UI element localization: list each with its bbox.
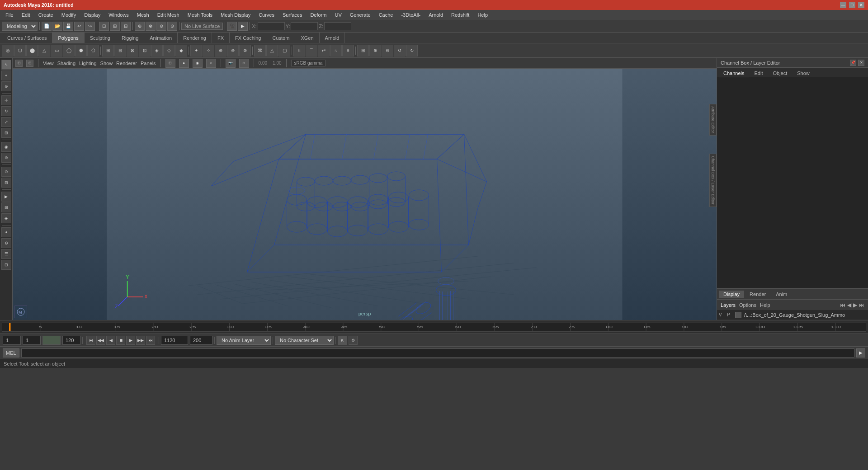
extract-icon[interactable]: ◆ — [175, 45, 187, 56]
z-coord-input[interactable] — [324, 22, 351, 30]
tab-polygons[interactable]: Polygons — [52, 33, 84, 43]
tab-xgen[interactable]: XGen — [295, 33, 319, 43]
shrink-select-icon[interactable]: ⊖ — [382, 45, 393, 56]
tab-sculpting[interactable]: Sculpting — [85, 33, 116, 43]
layers-tab[interactable]: Layers — [721, 302, 736, 308]
cylinder-icon[interactable]: ⬤ — [26, 45, 38, 56]
mel-toggle[interactable]: MEL — [3, 348, 19, 357]
menu-edit[interactable]: Edit — [18, 11, 34, 19]
combine-icon[interactable]: ✦ — [190, 45, 202, 56]
camera-select-button[interactable]: 📷 — [226, 59, 236, 68]
separate-icon[interactable]: ✧ — [203, 45, 214, 56]
stop-button[interactable]: ⏹ — [116, 336, 125, 345]
menu-generate[interactable]: Generate — [346, 11, 374, 19]
channel-box-close[interactable]: ✕ — [858, 60, 864, 66]
show-manipulator-button[interactable]: ⊕ — [1, 153, 11, 163]
torus-icon[interactable]: ◯ — [63, 45, 75, 56]
layer-first-button[interactable]: ⏮ — [840, 302, 845, 308]
snap-point-button[interactable]: ⊘ — [156, 22, 166, 31]
channels-tab[interactable]: Channels — [719, 70, 749, 77]
ipr-render-button[interactable]: ▶ — [238, 22, 248, 31]
menu-arnold[interactable]: Arnold — [425, 11, 447, 19]
edit-tab[interactable]: Edit — [750, 70, 767, 77]
menu-file[interactable]: File — [2, 11, 17, 19]
prev-frame-button[interactable]: ◀◀ — [96, 336, 105, 345]
wireframe-button[interactable]: ⊡ — [165, 59, 175, 68]
layer-editor-button[interactable]: ⊡ — [1, 260, 11, 270]
harden-edge-icon[interactable]: ≡ — [342, 45, 354, 56]
lighting-menu[interactable]: Lighting — [79, 61, 97, 66]
shading-menu[interactable]: Shading — [57, 61, 75, 66]
bridge-icon[interactable]: ⊟ — [114, 45, 126, 56]
snap-icon[interactable]: ⊙ — [1, 167, 11, 177]
move-tool-button[interactable]: ✛ — [1, 95, 11, 105]
grow-select-icon[interactable]: ⊕ — [369, 45, 381, 56]
universal-tool-button[interactable]: ⊞ — [1, 128, 11, 138]
platonic-icon[interactable]: ⬠ — [87, 45, 99, 56]
snap-curve-button[interactable]: ⊗ — [146, 22, 156, 31]
fill-hole-icon[interactable]: ⊠ — [127, 45, 138, 56]
maximize-button[interactable]: □ — [849, 2, 855, 8]
renderer-menu[interactable]: Renderer — [116, 61, 137, 66]
x-coord-input[interactable] — [258, 22, 285, 30]
show-tab[interactable]: Show — [793, 70, 814, 77]
select-components-icon[interactable]: ⊞ — [357, 45, 369, 56]
open-scene-button[interactable]: 📂 — [52, 22, 62, 31]
no-anim-layer-select[interactable]: No Anim Layer — [217, 336, 271, 345]
quadrangulate-icon[interactable]: ▢ — [278, 45, 290, 56]
select-tool-button[interactable]: ↖ — [1, 60, 11, 70]
select-mode-button[interactable]: ⊡ — [99, 22, 109, 31]
wireframe-on-shaded-button[interactable]: ◉ — [193, 59, 203, 68]
flip-icon[interactable]: ⇄ — [318, 45, 330, 56]
prism-icon[interactable]: ⬟ — [75, 45, 87, 56]
menu-mesh-tools[interactable]: Mesh Tools — [184, 11, 216, 19]
soften-edge-icon[interactable]: ≈ — [330, 45, 342, 56]
viewport-3d[interactable]: X Y Z M persp — [13, 69, 717, 320]
cone-icon[interactable]: △ — [38, 45, 50, 56]
menu-curves[interactable]: Curves — [255, 11, 278, 19]
extrude-icon[interactable]: ⊞ — [102, 45, 114, 56]
history-icon[interactable]: ⊟ — [1, 178, 11, 188]
tab-fx[interactable]: FX — [212, 33, 230, 43]
tab-animation[interactable]: Animation — [144, 33, 178, 43]
tab-rendering[interactable]: Rendering — [178, 33, 212, 43]
new-scene-button[interactable]: 📄 — [42, 22, 52, 31]
show-menu[interactable]: Show — [100, 61, 113, 66]
menu-redshift[interactable]: Redshift — [448, 11, 473, 19]
layer-visibility-button[interactable] — [735, 312, 741, 318]
crease-icon[interactable]: ⌗ — [293, 45, 305, 56]
frame-end-value-input[interactable] — [62, 336, 80, 345]
layer-prev-button[interactable]: ◀ — [847, 302, 851, 308]
channel-layer-side-tab[interactable]: Channel Box / Layer Editor — [709, 154, 717, 207]
minimize-button[interactable]: — — [840, 2, 846, 8]
attr-editor-side-tab[interactable]: Attribute Editor — [709, 104, 717, 136]
poke-icon[interactable]: ⊡ — [139, 45, 151, 56]
menu-cache[interactable]: Cache — [375, 11, 397, 19]
boolean-union-icon[interactable]: ⊕ — [215, 45, 226, 56]
options-tab[interactable]: Options — [739, 302, 756, 308]
snap-surface-button[interactable]: ⊙ — [167, 22, 177, 31]
render-current-frame-button[interactable]: 🎥 — [227, 22, 237, 31]
object-tab[interactable]: Object — [768, 70, 792, 77]
menu-deform[interactable]: Deform — [307, 11, 330, 19]
paint-select-button[interactable]: ⊟ — [121, 22, 131, 31]
layout-button[interactable]: ⊞ — [26, 60, 33, 67]
cube-icon[interactable]: ⬡ — [14, 45, 26, 56]
workspace-dropdown[interactable]: Modeling — [2, 22, 38, 31]
panels-menu[interactable]: Panels — [141, 61, 156, 66]
wedge-icon[interactable]: ◈ — [151, 45, 163, 56]
tab-custom[interactable]: Custom — [267, 33, 296, 43]
tab-arnold[interactable]: Arnold — [320, 33, 345, 43]
channel-box-button[interactable]: ☰ — [1, 249, 11, 259]
go-to-start-button[interactable]: ⏮ — [86, 336, 95, 345]
timeline-bar[interactable]: 5 10 15 20 25 30 35 40 45 50 55 60 65 — [2, 323, 866, 332]
edge-loop-icon[interactable]: ↺ — [394, 45, 406, 56]
smooth-icon[interactable]: ⌘ — [254, 45, 266, 56]
xray-button[interactable]: ○ — [206, 59, 216, 68]
undo-button[interactable]: ↩ — [74, 22, 84, 31]
frame-all-button[interactable]: ⊕ — [239, 59, 249, 68]
channel-box-pin[interactable]: 📌 — [850, 60, 856, 66]
menu-help[interactable]: Help — [474, 11, 491, 19]
component-mode-button[interactable]: ⊞ — [110, 22, 120, 31]
menu-edit-mesh[interactable]: Edit Mesh — [154, 11, 183, 19]
